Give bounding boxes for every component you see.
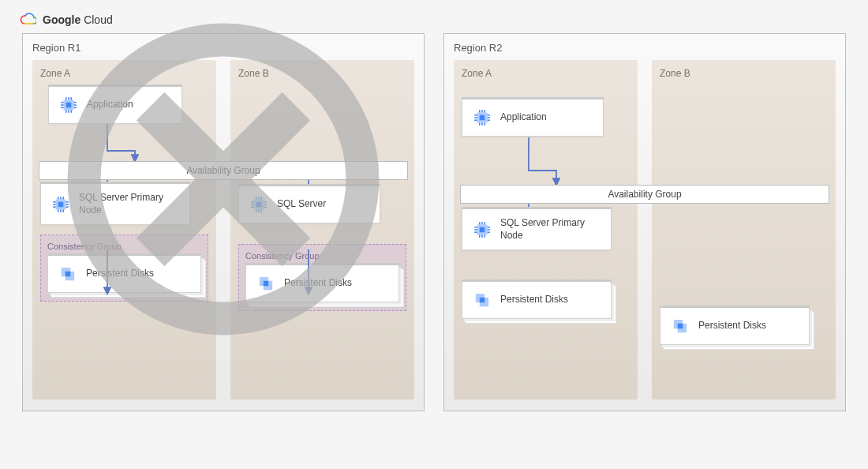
brand-light: Cloud	[84, 13, 113, 26]
disk-label: Persistent Disks	[500, 294, 568, 306]
compute-engine-icon	[472, 219, 492, 240]
zone-title: Zone A	[462, 68, 630, 79]
compute-engine-icon	[472, 107, 492, 128]
compute-engine-icon	[58, 95, 79, 115]
application-label: Application	[500, 111, 547, 124]
disk-label: Persistent Disks	[86, 268, 154, 280]
compute-engine-icon	[51, 194, 71, 215]
diagram-canvas: Region R1 Availability Group	[0, 33, 868, 427]
zone-a: Zone A Application SQL	[32, 60, 216, 400]
zones-container: Availability Group	[32, 60, 414, 400]
disk-label: Persistent Disks	[698, 320, 766, 332]
svg-rect-15	[58, 201, 64, 207]
zone-title: Zone B	[660, 68, 828, 79]
zones-container: Availability Group Zone A	[454, 60, 836, 400]
region-r1: Region R1 Availability Group	[22, 33, 425, 411]
header: Google Cloud	[0, 0, 868, 33]
persistent-disk-icon	[670, 316, 690, 336]
google-cloud-icon	[19, 13, 36, 27]
persistent-disks-node: Persistent Disks	[245, 265, 399, 302]
zone-title: Zone A	[40, 68, 208, 79]
region-r2: Region R2 Availability Group Zone A	[443, 33, 846, 411]
application-node: Application	[48, 87, 182, 124]
sql-primary-node: SQL Server Primary Node	[40, 184, 190, 225]
brand-text: Google Cloud	[43, 13, 113, 26]
persistent-disk-icon	[256, 273, 276, 294]
brand-strong: Google	[43, 13, 80, 26]
consistency-group: Consistency Group Persistent Disks	[238, 244, 406, 311]
sql-server-node: SQL Server	[238, 186, 380, 223]
sql-primary-label: SQL Server Primary Node	[500, 217, 601, 242]
application-node: Application	[462, 99, 604, 137]
zone-b: Zone B Persistent Disks	[652, 60, 836, 400]
availability-group-bar: Availability Group	[460, 185, 829, 204]
persistent-disk-icon	[58, 264, 78, 284]
sql-server-label: SQL Server	[277, 198, 326, 211]
consistency-group: Consistency Group Persistent Disks	[40, 234, 208, 302]
persistent-disk-icon	[472, 290, 492, 310]
consistency-group-title: Consistency Group	[47, 242, 201, 251]
region-title: Region R2	[454, 42, 836, 54]
zone-b: Zone B SQL Server Consistency Group	[230, 60, 414, 400]
zone-a: Zone A Application	[454, 60, 638, 400]
disk-label: Persistent Disks	[284, 277, 352, 290]
svg-rect-46	[480, 115, 485, 121]
sql-primary-node: SQL Server Primary Node	[462, 209, 612, 250]
application-label: Application	[87, 99, 133, 111]
compute-engine-icon	[249, 194, 269, 215]
availability-group-bar: Availability Group	[39, 161, 408, 180]
persistent-disks-node: Persistent Disks	[660, 308, 810, 345]
svg-rect-1	[66, 103, 72, 108]
svg-rect-29	[256, 202, 262, 208]
persistent-disks-node: Persistent Disks	[47, 256, 201, 293]
persistent-disks-node: Persistent Disks	[462, 282, 612, 319]
region-title: Region R1	[32, 42, 414, 54]
zone-title: Zone B	[238, 68, 406, 79]
consistency-group-title: Consistency Group	[245, 251, 399, 261]
svg-rect-60	[480, 227, 485, 232]
sql-primary-label: SQL Server Primary Node	[79, 192, 180, 216]
